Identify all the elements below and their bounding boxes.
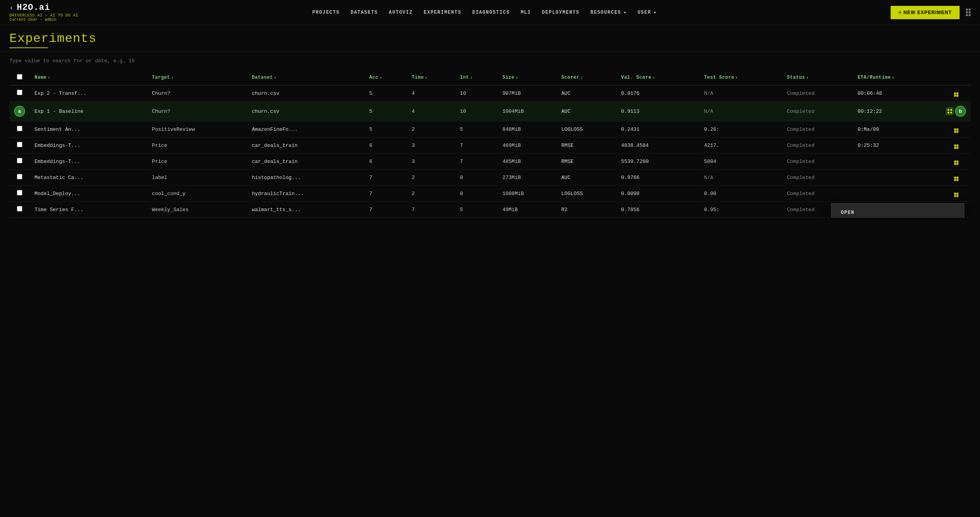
- nav-deployments[interactable]: DEPLOYMENTS: [542, 10, 580, 15]
- row-checkbox[interactable]: [17, 190, 22, 195]
- row-checkbox[interactable]: [17, 206, 22, 212]
- cell-name[interactable]: Embeddings-T...: [30, 137, 147, 154]
- cell-dataset: walmart_tts_s...: [247, 202, 365, 218]
- cell-status: Completed: [782, 85, 853, 101]
- new-experiment-button[interactable]: + NEW EXPERIMENT: [891, 6, 960, 19]
- row-context-btn[interactable]: [954, 193, 958, 197]
- row-context-btn[interactable]: [954, 128, 958, 133]
- row-action-icon[interactable]: b: [942, 101, 971, 121]
- row-context-btn[interactable]: [954, 177, 958, 181]
- cell-name[interactable]: Model_Deploy...: [30, 186, 147, 202]
- cell-name[interactable]: Exp 1 - Baseline: [30, 101, 147, 121]
- cell-time-val: 3: [407, 137, 455, 154]
- cell-test-score: N/A: [699, 101, 782, 121]
- row-context-btn[interactable]: [954, 145, 958, 149]
- cell-name[interactable]: Time Series F...: [30, 202, 147, 218]
- cell-name[interactable]: Embeddings-T...: [30, 154, 147, 170]
- cell-eta: [853, 170, 942, 186]
- cell-test-score: 0.26:: [699, 121, 782, 137]
- row-checkbox-cell[interactable]: [9, 121, 30, 137]
- search-input[interactable]: [9, 58, 135, 64]
- cell-int: 5: [455, 202, 497, 218]
- row-checkbox[interactable]: [17, 174, 22, 179]
- col-size[interactable]: Size⇕: [498, 70, 557, 85]
- logo-text: H2O.ai: [17, 3, 50, 13]
- top-grid-icon[interactable]: [966, 9, 971, 16]
- nav-datasets[interactable]: DATASETS: [350, 10, 378, 15]
- row-context-btn[interactable]: [954, 92, 958, 97]
- context-menu-open[interactable]: OPEN: [831, 204, 964, 218]
- row-checkbox-cell[interactable]: [9, 154, 30, 170]
- cell-size: 907MiB: [498, 85, 557, 101]
- col-eta[interactable]: ETA/Runtime⇕: [853, 70, 942, 85]
- cell-test-score: 0.00: [699, 186, 782, 202]
- back-arrow[interactable]: ‹: [9, 4, 14, 12]
- col-dataset[interactable]: Dataset⇕: [247, 70, 365, 85]
- col-time[interactable]: Time⇕: [407, 70, 455, 85]
- badge-b[interactable]: b: [955, 106, 966, 117]
- nav-user[interactable]: USER: [637, 10, 657, 15]
- row-checkbox-cell[interactable]: [9, 137, 30, 154]
- cell-target: cool_cond_y: [147, 186, 247, 202]
- col-val-score[interactable]: Val. Score⇕: [617, 70, 699, 85]
- row-checkbox-cell[interactable]: a: [9, 101, 30, 121]
- cell-int: 7: [455, 154, 497, 170]
- nav-diagnostics[interactable]: DIAGNOSTICS: [472, 10, 510, 15]
- row-action-icon[interactable]: [942, 137, 971, 154]
- col-target[interactable]: Target⇕: [147, 70, 247, 85]
- row-context-btn-highlighted[interactable]: [946, 108, 953, 115]
- row-checkbox[interactable]: [17, 90, 22, 95]
- cell-eta: 00:12:22: [853, 101, 942, 121]
- row-action-icon[interactable]: [942, 154, 971, 170]
- cell-acc: 7: [365, 170, 407, 186]
- col-int[interactable]: Int⇕: [455, 70, 497, 85]
- nav-resources[interactable]: RESOURCES: [590, 10, 626, 15]
- cell-scorer: R2: [557, 202, 617, 218]
- cell-size: 1004MiB: [498, 101, 557, 121]
- context-menu: OPEN RENAME NEW EXPERIMENT WITH SAME SET…: [831, 203, 964, 218]
- cell-size: 848MiB: [498, 121, 557, 137]
- nav-autoviz[interactable]: AUTOVIZ: [389, 10, 413, 15]
- top-nav: ‹ H2O.ai DRIVERLESS AI – AI TO DO AI Cur…: [0, 0, 980, 25]
- cell-int: 10: [455, 101, 497, 121]
- cell-size: 49MiB: [498, 202, 557, 218]
- row-action-icon[interactable]: [942, 85, 971, 101]
- table-row: a Exp 1 - Baseline Churn? churn.csv 5 4 …: [9, 101, 971, 121]
- nav-mli[interactable]: MLI: [521, 10, 531, 15]
- cell-status: Completed: [782, 101, 853, 121]
- cell-dataset: AmazonFineFo...: [247, 121, 365, 137]
- badge-a[interactable]: a: [14, 106, 25, 117]
- row-checkbox-cell[interactable]: [9, 186, 30, 202]
- cell-name[interactable]: Metastatic Ca...: [30, 170, 147, 186]
- table-header-row: Name⇕ Target⇕ Dataset⇕ Acc⇕ Time⇕: [9, 70, 971, 85]
- nav-experiments[interactable]: EXPERIMENTS: [424, 10, 461, 15]
- col-scorer[interactable]: Scorer⇕: [557, 70, 617, 85]
- cell-acc: 5: [365, 101, 407, 121]
- row-action-icon[interactable]: [942, 186, 971, 202]
- search-area: [0, 52, 980, 70]
- col-acc[interactable]: Acc⇕: [365, 70, 407, 85]
- cell-time-val: 4: [407, 101, 455, 121]
- cell-status: Completed: [782, 170, 853, 186]
- row-action-icon[interactable]: [942, 121, 971, 137]
- nav-projects[interactable]: PROJECTS: [312, 10, 340, 15]
- row-checkbox-cell[interactable]: [9, 85, 30, 101]
- cell-name[interactable]: Exp 2 - Transf...: [30, 85, 147, 101]
- col-name[interactable]: Name⇕: [30, 70, 147, 85]
- row-checkbox[interactable]: [17, 126, 22, 131]
- row-checkbox-cell[interactable]: [9, 202, 30, 218]
- col-test-score[interactable]: Test Score⇕: [699, 70, 782, 85]
- row-context-btn[interactable]: [954, 161, 958, 165]
- nav-right: + NEW EXPERIMENT: [891, 6, 971, 19]
- cell-int: 10: [455, 85, 497, 101]
- select-all-checkbox[interactable]: [17, 74, 22, 80]
- row-checkbox-cell[interactable]: [9, 170, 30, 186]
- select-all-header[interactable]: [9, 70, 30, 85]
- cell-dataset: histopatholog...: [247, 170, 365, 186]
- row-checkbox[interactable]: [17, 158, 22, 163]
- col-status[interactable]: Status⇕: [782, 70, 853, 85]
- row-action-icon[interactable]: [942, 170, 971, 186]
- table-row: Metastatic Ca... label histopatholog... …: [9, 170, 971, 186]
- row-checkbox[interactable]: [17, 142, 22, 147]
- cell-name[interactable]: Sentiment An...: [30, 121, 147, 137]
